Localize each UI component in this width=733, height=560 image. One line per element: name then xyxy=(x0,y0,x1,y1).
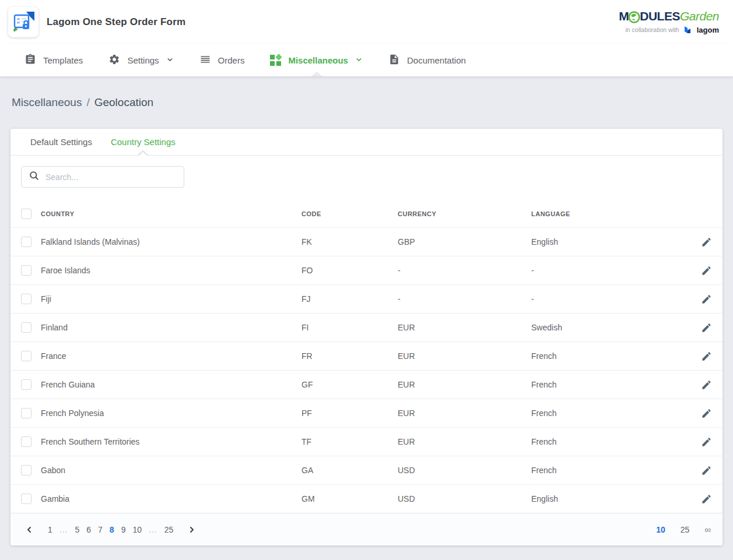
row-checkbox[interactable] xyxy=(21,436,31,447)
col-header-country[interactable]: COUNTRY xyxy=(41,210,301,217)
breadcrumb-section[interactable]: Miscellaneous xyxy=(12,96,82,108)
edit-icon[interactable] xyxy=(701,294,712,305)
collab-text: in collaboration with xyxy=(625,26,679,33)
gear-icon xyxy=(108,54,120,67)
row-checkbox[interactable] xyxy=(21,351,31,361)
active-nav-pointer xyxy=(311,72,322,76)
next-page-icon[interactable] xyxy=(185,523,199,537)
page-number[interactable]: 10 xyxy=(132,525,142,534)
tab-default-settings[interactable]: Default Settings xyxy=(21,129,101,155)
edit-icon[interactable] xyxy=(701,465,712,476)
cell-language: English xyxy=(531,494,689,503)
select-all-checkbox[interactable] xyxy=(21,209,31,219)
list-icon xyxy=(199,54,211,67)
modulesgarden-brand: M DULES Garden in collaboration with lag… xyxy=(619,9,719,34)
table-row: French Southern TerritoriesTFEURFrench xyxy=(10,427,723,456)
cell-language: French xyxy=(531,466,689,475)
prev-page-icon[interactable] xyxy=(22,523,36,537)
cell-language: French xyxy=(531,351,689,361)
table-body: Falkland Islands (Malvinas)FKGBPEnglishF… xyxy=(10,227,723,513)
cell-country: French Guiana xyxy=(41,380,301,389)
search-icon xyxy=(29,170,40,184)
row-checkbox[interactable] xyxy=(21,494,31,504)
nav-label: Documentation xyxy=(407,55,466,65)
nav-item-settings[interactable]: Settings xyxy=(96,44,186,76)
cell-country: Gabon xyxy=(41,466,301,475)
table-row: Falkland Islands (Malvinas)FKGBPEnglish xyxy=(10,227,723,256)
row-checkbox[interactable] xyxy=(21,379,31,390)
page-size-option[interactable]: ∞ xyxy=(704,524,711,534)
cell-code: TF xyxy=(301,437,398,446)
brand-garden: Garden xyxy=(680,9,719,23)
clipboard-icon xyxy=(24,54,36,67)
page-number[interactable]: 8 xyxy=(110,525,114,534)
edit-icon[interactable] xyxy=(701,494,712,505)
nav-item-miscellaneous[interactable]: Miscellaneous xyxy=(257,44,376,76)
row-checkbox[interactable] xyxy=(21,322,31,333)
page-number[interactable]: 1 xyxy=(48,525,52,534)
cell-currency: EUR xyxy=(398,323,531,332)
country-table: COUNTRY CODE CURRENCY LANGUAGE Falkland … xyxy=(10,200,723,513)
chevron-down-icon xyxy=(166,55,174,65)
brand-modules-rest: DULES xyxy=(640,9,680,23)
page-number[interactable]: 25 xyxy=(164,525,174,534)
edit-icon[interactable] xyxy=(701,351,712,362)
cell-currency: EUR xyxy=(398,380,531,389)
cell-language: - xyxy=(531,294,689,304)
row-checkbox[interactable] xyxy=(21,465,31,476)
edit-icon[interactable] xyxy=(701,408,712,419)
cell-currency: EUR xyxy=(398,408,531,418)
row-checkbox[interactable] xyxy=(21,265,31,276)
nav-item-templates[interactable]: Templates xyxy=(12,44,96,76)
nav-label: Miscellaneous xyxy=(288,55,348,65)
app-logo-icon xyxy=(8,7,38,37)
nav-label: Templates xyxy=(43,55,83,65)
cell-language: - xyxy=(531,266,689,275)
cell-currency: EUR xyxy=(398,351,531,361)
col-header-code[interactable]: CODE xyxy=(301,210,398,217)
table-footer: 1...5678910...25 1025∞ xyxy=(10,513,723,545)
page-number[interactable]: 6 xyxy=(86,525,91,534)
page-size-option[interactable]: 25 xyxy=(681,525,690,534)
edit-icon[interactable] xyxy=(701,379,712,390)
cell-code: FR xyxy=(301,351,398,361)
cell-code: FJ xyxy=(301,294,398,304)
col-header-currency[interactable]: CURRENCY xyxy=(398,210,531,217)
table-row: FinlandFIEURSwedish xyxy=(10,313,723,341)
globe-icon xyxy=(628,11,640,23)
nav-label: Settings xyxy=(127,55,159,65)
search-input[interactable] xyxy=(45,172,177,182)
cell-country: Gambia xyxy=(41,494,301,503)
cell-language: French xyxy=(531,437,689,446)
page-title: Geolocation xyxy=(94,96,153,108)
page-number[interactable]: 5 xyxy=(75,525,79,534)
edit-icon[interactable] xyxy=(701,265,712,276)
lagom-partner-name: lagom xyxy=(697,26,719,34)
nav-item-orders[interactable]: Orders xyxy=(187,44,258,76)
page-numbers: 1...5678910...25 xyxy=(44,524,177,535)
nav-item-documentation[interactable]: Documentation xyxy=(376,44,479,76)
row-checkbox[interactable] xyxy=(21,408,31,418)
cell-country: French Southern Territories xyxy=(41,437,301,446)
col-header-language[interactable]: LANGUAGE xyxy=(531,210,689,217)
page-number[interactable]: 9 xyxy=(121,525,126,534)
grid-icon xyxy=(270,55,281,66)
cell-code: FK xyxy=(301,237,398,246)
pagination: 1...5678910...25 xyxy=(22,523,199,537)
tab-country-settings[interactable]: Country Settings xyxy=(101,129,185,155)
table-row: French PolynesiaPFEURFrench xyxy=(10,399,723,427)
page-number[interactable]: 7 xyxy=(98,525,103,534)
cell-code: FO xyxy=(301,266,398,275)
cell-code: FI xyxy=(301,323,398,332)
edit-icon[interactable] xyxy=(701,322,712,333)
table-row: FranceFREURFrench xyxy=(10,341,723,370)
breadcrumb: Miscellaneous/Geolocation xyxy=(10,76,723,109)
page-size-option[interactable]: 10 xyxy=(656,525,665,534)
row-checkbox[interactable] xyxy=(21,237,31,247)
edit-icon[interactable] xyxy=(701,436,712,448)
tab-label: Country Settings xyxy=(111,137,176,147)
edit-icon[interactable] xyxy=(701,237,712,248)
page-ellipsis: ... xyxy=(149,525,157,534)
cell-currency: - xyxy=(398,266,531,275)
row-checkbox[interactable] xyxy=(21,294,31,304)
